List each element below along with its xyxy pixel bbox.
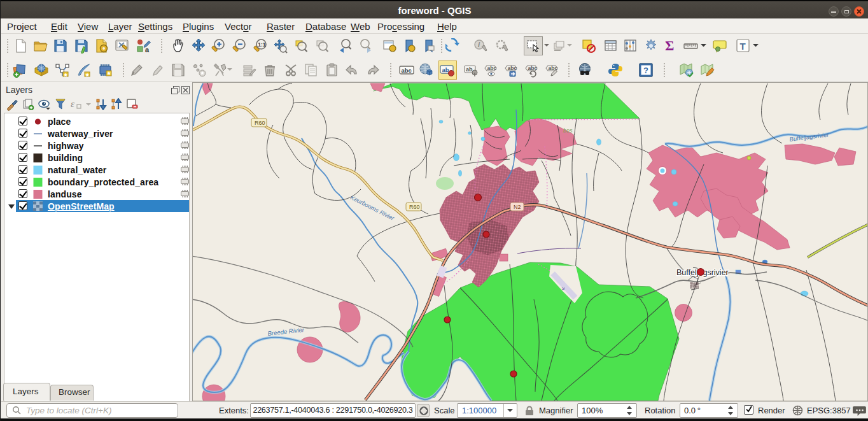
svg-text:abc: abc — [508, 65, 517, 71]
svg-text:Buffeljagsrivier: Buffeljagsrivier — [789, 131, 830, 143]
svg-text:abc: abc — [528, 65, 538, 71]
svg-text:Breede Rivier: Breede Rivier — [267, 326, 305, 337]
svg-text:ab: ab — [442, 66, 449, 73]
svg-text:T: T — [740, 41, 746, 52]
svg-text:a: a — [145, 46, 150, 54]
svg-text:?: ? — [643, 66, 648, 75]
svg-text:1:1: 1:1 — [258, 41, 266, 48]
svg-text:abc: abc — [402, 67, 412, 74]
svg-text:abc: abc — [487, 65, 497, 71]
svg-text:Keurbooms Rivier: Keurbooms Rivier — [349, 194, 396, 222]
svg-text:bos: bos — [563, 127, 573, 134]
svg-text:R60: R60 — [409, 204, 420, 210]
svg-text:N2: N2 — [514, 204, 521, 210]
svg-text:ab: ab — [466, 66, 473, 73]
svg-text:R60: R60 — [255, 120, 265, 126]
svg-text:ε: ε — [71, 99, 74, 109]
